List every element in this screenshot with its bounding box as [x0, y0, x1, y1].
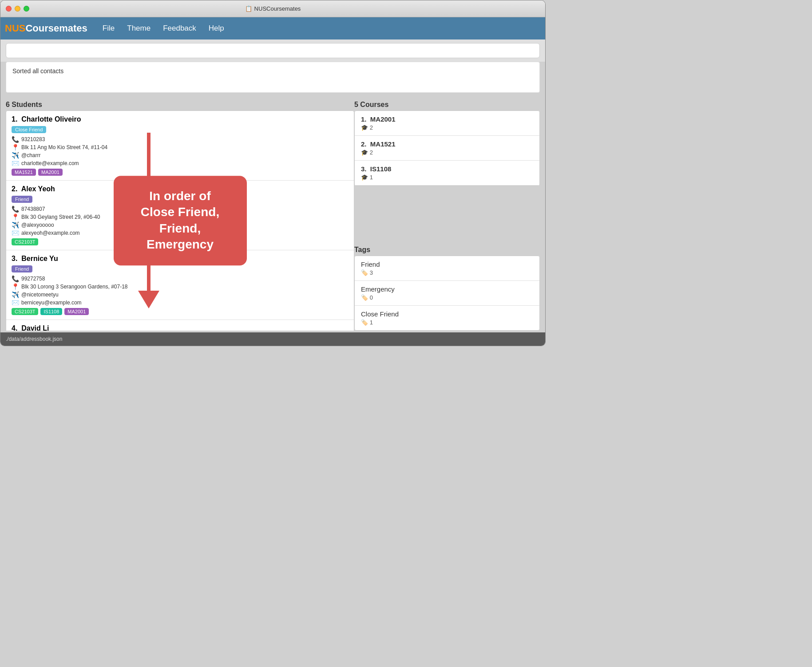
tag-name: Emergency	[361, 285, 533, 293]
list-item[interactable]: 1. MA2001 🎓 2	[355, 111, 539, 136]
location-icon: 📍	[12, 144, 19, 151]
contact-email: ✉️ berniceyu@example.com	[12, 299, 349, 306]
email-icon: ✉️	[12, 299, 19, 306]
contact-email: ✉️ alexyeoh@example.com	[12, 229, 349, 237]
tag-count: 🏷️ 1	[361, 319, 533, 326]
tags-list: Friend 🏷️ 3 Emergency 🏷️ 0 Close Friend …	[354, 256, 540, 331]
email-icon: ✉️	[12, 229, 19, 237]
search-area	[0, 39, 545, 62]
status-area: Sorted all contacts	[6, 62, 540, 93]
contact-phone: 📞 93210283	[12, 136, 349, 143]
status-bar: ./data/addressbook.json	[0, 332, 545, 346]
location-icon: 📍	[12, 213, 19, 221]
course-name: 3. IS1108	[361, 165, 533, 173]
window-title: 📋 NUSCoursemates	[245, 5, 301, 12]
tag-badge-friend: Friend	[12, 265, 32, 272]
course-tags: CS2103T	[12, 238, 349, 245]
status-bar-text: ./data/addressbook.json	[6, 336, 62, 342]
student-name: 2. Alex Yeoh	[12, 185, 349, 193]
app-name: NUSCoursemates	[5, 23, 87, 34]
course-name: 2. MA1521	[361, 140, 533, 148]
main-layout: 6 Students 1. Charlotte Oliveiro Close F…	[0, 96, 545, 332]
students-header: 6 Students	[6, 98, 354, 111]
list-item[interactable]: Emergency 🏷️ 0	[355, 281, 539, 306]
table-row[interactable]: 1. Charlotte Oliveiro Close Friend 📞 932…	[6, 111, 354, 181]
location-icon: 📍	[12, 283, 19, 290]
student-name: 1. Charlotte Oliveiro	[12, 115, 349, 123]
list-item[interactable]: Close Friend 🏷️ 1	[355, 306, 539, 330]
contact-telegram: ✈️ @alexyooooo	[12, 221, 349, 229]
course-tag: MA2001	[38, 169, 63, 176]
course-name: 1. MA2001	[361, 115, 533, 123]
right-panel: 5 Courses 1. MA2001 🎓 2 2. MA1521 🎓 2	[354, 98, 545, 331]
students-container: 1. Charlotte Oliveiro Close Friend 📞 932…	[6, 111, 354, 331]
contact-phone: 📞 87438807	[12, 205, 349, 213]
contact-telegram: ✈️ @nicetomeetyu	[12, 291, 349, 298]
menu-file[interactable]: File	[96, 22, 121, 35]
course-count: 🎓 1	[361, 174, 533, 181]
course-count: 🎓 2	[361, 149, 533, 156]
course-tag: CS2103T	[12, 238, 38, 245]
tags-header: Tags	[354, 243, 540, 256]
tag-count: 🏷️ 0	[361, 294, 533, 301]
telegram-icon: ✈️	[12, 152, 19, 159]
tag-badge-friend: Friend	[12, 196, 32, 203]
tag-name: Friend	[361, 260, 533, 268]
tags-section: Tags Friend 🏷️ 3 Emergency 🏷️ 0 Close Fr…	[354, 243, 540, 331]
course-tags: MA1521 MA2001	[12, 169, 349, 176]
student-name: 4. David Li	[12, 324, 349, 331]
contact-address: 📍 Blk 11 Ang Mo Kio Street 74, #11-04	[12, 144, 349, 151]
table-row[interactable]: 4. David Li Friend 📞 91031282 📍 Blk 436 …	[6, 320, 354, 331]
phone-icon: 📞	[12, 275, 19, 282]
courses-container: 1. MA2001 🎓 2 2. MA1521 🎓 2 3. IS1108	[354, 111, 540, 240]
menu-bar: NUSCoursemates File Theme Feedback Help	[0, 17, 545, 39]
window-controls	[6, 6, 29, 12]
students-list[interactable]: 1. Charlotte Oliveiro Close Friend 📞 932…	[6, 111, 354, 331]
menu-help[interactable]: Help	[202, 22, 230, 35]
course-tags: CS2103T IS1108 MA2001	[12, 308, 349, 315]
menu-feedback[interactable]: Feedback	[157, 22, 202, 35]
table-row[interactable]: 2. Alex Yeoh Friend 📞 87438807 📍 Blk 30 …	[6, 181, 354, 250]
app-name-nus: NUS	[5, 23, 25, 34]
phone-icon: 📞	[12, 205, 19, 213]
title-icon: 📋	[245, 5, 252, 12]
course-tag: MA2001	[64, 308, 89, 315]
table-row[interactable]: 3. Bernice Yu Friend 📞 99272758 📍 Blk 30…	[6, 250, 354, 320]
telegram-icon: ✈️	[12, 291, 19, 298]
contact-address: 📍 Blk 30 Lorong 3 Serangoon Gardens, #07…	[12, 283, 349, 290]
title-bar: 📋 NUSCoursemates	[0, 0, 545, 17]
minimize-button[interactable]	[15, 6, 20, 12]
tag-count: 🏷️ 3	[361, 269, 533, 276]
course-tag: CS2103T	[12, 308, 38, 315]
left-panel: 6 Students 1. Charlotte Oliveiro Close F…	[0, 98, 354, 331]
courses-section: 5 Courses 1. MA2001 🎓 2 2. MA1521 🎓 2	[354, 98, 540, 240]
status-text: Sorted all contacts	[12, 67, 533, 75]
list-item[interactable]: 3. IS1108 🎓 1	[355, 161, 539, 185]
course-tag: MA1521	[12, 169, 36, 176]
email-icon: ✉️	[12, 160, 19, 167]
search-input[interactable]	[6, 43, 540, 58]
tag-badge-close-friend: Close Friend	[12, 126, 46, 133]
close-button[interactable]	[6, 6, 12, 12]
list-item[interactable]: Friend 🏷️ 3	[355, 256, 539, 281]
maximize-button[interactable]	[24, 6, 29, 12]
courses-list[interactable]: 1. MA2001 🎓 2 2. MA1521 🎓 2 3. IS1108	[354, 111, 540, 186]
contact-telegram: ✈️ @charrr	[12, 152, 349, 159]
contact-address: 📍 Blk 30 Geylang Street 29, #06-40	[12, 213, 349, 221]
tag-name: Close Friend	[361, 310, 533, 318]
courses-header: 5 Courses	[354, 98, 540, 111]
app-name-coursemates: Coursemates	[25, 23, 87, 34]
contact-phone: 📞 99272758	[12, 275, 349, 282]
course-tag: IS1108	[40, 308, 62, 315]
contact-email: ✉️ charlotte@example.com	[12, 160, 349, 167]
course-count: 🎓 2	[361, 124, 533, 131]
telegram-icon: ✈️	[12, 221, 19, 229]
phone-icon: 📞	[12, 136, 19, 143]
list-item[interactable]: 2. MA1521 🎓 2	[355, 136, 539, 161]
menu-theme[interactable]: Theme	[121, 22, 157, 35]
student-name: 3. Bernice Yu	[12, 255, 349, 263]
